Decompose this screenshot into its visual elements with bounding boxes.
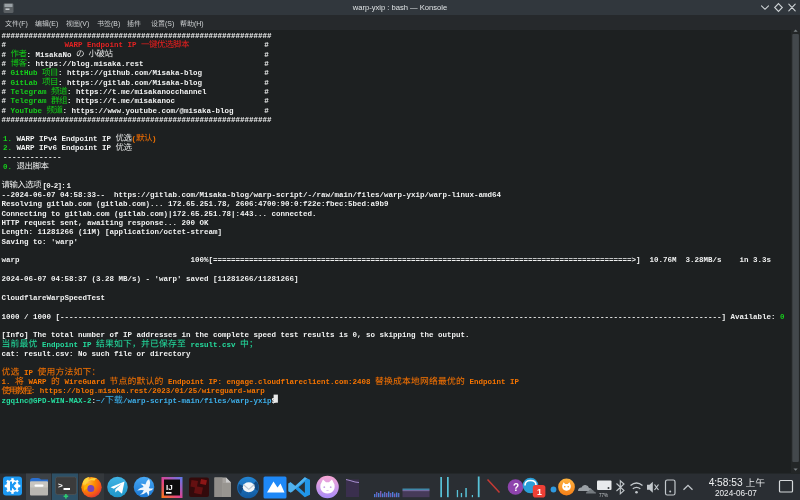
svg-text:[Info]: [Info] (2, 331, 29, 339)
svg-text:IPv6: IPv6 (39, 144, 58, 152)
svg-text:1: 1 (66, 182, 71, 190)
svg-text:#: # (2, 88, 7, 96)
svg-text:'warp': 'warp' (51, 238, 78, 246)
svg-text:IP: IP (128, 41, 138, 49)
svg-text:[application/octet-stream]: [application/octet-stream] (105, 228, 222, 236)
svg-text:IP: IP (24, 369, 34, 377)
svg-text:IP: IP (102, 135, 112, 143)
svg-text:#: # (2, 69, 7, 77)
svg-text::: : (63, 107, 68, 115)
svg-text:YouTube: YouTube (11, 107, 43, 115)
svg-text:connected.: connected. (272, 210, 317, 218)
svg-text:MisakaNo: MisakaNo (36, 51, 73, 59)
svg-text:10.76M: 10.76M (650, 256, 678, 264)
svg-text:https://gitlab.com/Misaka-blog: https://gitlab.com/Misaka-blog/warp-scri… (114, 191, 502, 199)
svg-text:3.28MB/s: 3.28MB/s (686, 256, 723, 264)
svg-text:Telegram: Telegram (11, 88, 48, 96)
svg-text:##############################: ########################################… (2, 116, 273, 124)
svg-text:https://t.me/misakanocchannel: https://t.me/misakanocchannel (76, 88, 207, 96)
svg-text:IJ: IJ (166, 483, 173, 492)
svg-text:result.csv: result.csv (191, 341, 237, 349)
svg-text:Connecting: Connecting (2, 210, 48, 218)
svg-text:#: # (264, 41, 269, 49)
svg-text:#: # (264, 60, 269, 68)
svg-text:OK: OK (200, 219, 210, 227)
svg-text:HTTP: HTTP (2, 219, 21, 227)
svg-text:#: # (264, 69, 269, 77)
svg-text:04:58:33--: 04:58:33-- (60, 191, 105, 199)
svg-text:zgqinc@GPD-WIN-MAX-2: zgqinc@GPD-WIN-MAX-2 (2, 397, 93, 405)
svg-text:cat:: cat: (2, 350, 20, 358)
svg-text:Length:: Length: (2, 228, 34, 236)
svg-text:11281266: 11281266 (38, 228, 75, 236)
svg-text:result.csv:: result.csv: (24, 350, 74, 358)
svg-text:Telegram: Telegram (11, 97, 48, 105)
svg-text:to:: to: (33, 238, 47, 246)
svg-text:(E): (E) (49, 20, 58, 28)
svg-text:output.: output. (438, 331, 470, 339)
svg-text:sent,: sent, (60, 219, 83, 227)
svg-text::: : (67, 97, 72, 105)
svg-text:speed: speed (254, 331, 277, 339)
svg-text:(S): (S) (165, 20, 174, 28)
svg-text:--2024-06-07: --2024-06-07 (2, 191, 56, 199)
svg-text:number: number (78, 331, 105, 339)
svg-text:in: in (182, 331, 192, 339)
svg-text:#: # (264, 51, 269, 59)
svg-text:1.: 1. (2, 378, 11, 386)
svg-text:WARP: WARP (29, 378, 48, 386)
svg-text:WireGuard: WireGuard (65, 378, 106, 386)
svg-text:file: file (114, 350, 133, 358)
svg-text:#: # (2, 107, 7, 115)
svg-text:the: the (195, 331, 209, 339)
svg-text:Endpoint: Endpoint (42, 341, 78, 349)
svg-text:total: total (51, 331, 74, 339)
svg-text:engage.cloudflareclient.com:24: engage.cloudflareclient.com:2408 (227, 378, 372, 386)
svg-text:IP:: IP: (209, 378, 223, 386)
svg-text:2024-06-07: 2024-06-07 (715, 489, 757, 498)
svg-text:(B): (B) (111, 20, 120, 28)
svg-text:~/: ~/ (96, 397, 106, 405)
svg-text:/: / (24, 313, 29, 321)
svg-text:gitlab.com: gitlab.com (47, 200, 93, 208)
svg-text:(F): (F) (19, 20, 28, 28)
svg-text:CloudflareWarpSpeedTest: CloudflareWarpSpeedTest (2, 294, 106, 302)
svg-text:Endpoint: Endpoint (87, 41, 123, 49)
svg-text:awaiting: awaiting (87, 219, 124, 227)
svg-text:#: # (264, 88, 269, 96)
svg-text:IP: IP (102, 144, 112, 152)
svg-text:The: The (33, 331, 47, 339)
svg-text:or: or (137, 350, 146, 358)
svg-text::: : (31, 387, 36, 395)
svg-text:response...: response... (128, 219, 178, 227)
svg-text:directory: directory (150, 350, 191, 358)
svg-text:04:58:37: 04:58:37 (51, 275, 87, 283)
svg-text:Endpoint: Endpoint (470, 378, 506, 386)
svg-text:/warp-script-main/files/warp-y: /warp-script-main/files/warp-yxip (123, 397, 272, 405)
svg-text:##############################: ########################################… (2, 32, 273, 40)
svg-text:gitlab.com: gitlab.com (65, 210, 111, 218)
svg-text:172.65.251.78,: 172.65.251.78, (168, 200, 231, 208)
svg-text:https://blog.misaka.rest: https://blog.misaka.rest (36, 60, 144, 68)
svg-text:2606:4700:90:0:f22e:fbec:5bed:: 2606:4700:90:0:f22e:fbec:5bed:a9b9 (236, 200, 390, 208)
svg-text:saved: saved (186, 275, 209, 283)
svg-text:WARP: WARP (65, 41, 84, 49)
svg-text:0,: 0, (353, 331, 362, 339)
svg-text:Saving: Saving (2, 238, 30, 246)
svg-text:GitHub: GitHub (11, 69, 39, 77)
svg-text:(gitlab.com)...: (gitlab.com)... (96, 200, 164, 208)
svg-text:#: # (264, 79, 269, 87)
svg-text:addresses: addresses (137, 331, 178, 339)
svg-text:request: request (24, 219, 56, 227)
svg-text:[0-2]:: [0-2]: (43, 182, 65, 190)
svg-text:'warp': 'warp' (155, 275, 182, 283)
svg-text:No: No (78, 350, 88, 358)
svg-text:Endpoint: Endpoint (62, 135, 98, 143)
svg-text:(H): (H) (194, 20, 204, 28)
svg-text:Endpoint: Endpoint (168, 378, 204, 386)
svg-text:>: > (58, 481, 63, 490)
svg-text:complete: complete (213, 331, 250, 339)
svg-text:IP: IP (83, 341, 93, 349)
svg-text:in: in (740, 256, 750, 264)
svg-text:WARP: WARP (17, 135, 36, 143)
